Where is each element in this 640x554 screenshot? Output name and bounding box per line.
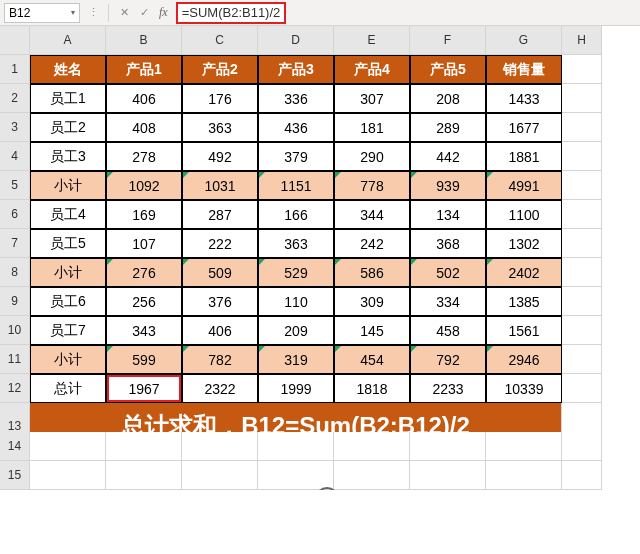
- row-header-11[interactable]: 11: [0, 345, 30, 374]
- data-cell[interactable]: 1999: [258, 374, 334, 403]
- row-header-5[interactable]: 5: [0, 171, 30, 200]
- row-label[interactable]: 小计: [30, 258, 106, 287]
- fx-icon[interactable]: fx: [159, 5, 168, 20]
- data-cell[interactable]: 529: [258, 258, 334, 287]
- row-label[interactable]: 员工6: [30, 287, 106, 316]
- data-cell[interactable]: 145: [334, 316, 410, 345]
- data-cell[interactable]: 209: [258, 316, 334, 345]
- row-header-8[interactable]: 8: [0, 258, 30, 287]
- column-header-F[interactable]: F: [410, 26, 486, 55]
- empty-cell[interactable]: [258, 461, 334, 490]
- confirm-icon[interactable]: ✓: [137, 6, 151, 20]
- row-header-15[interactable]: 15: [0, 461, 30, 490]
- data-cell[interactable]: 939: [410, 171, 486, 200]
- data-cell[interactable]: 458: [410, 316, 486, 345]
- data-cell[interactable]: 181: [334, 113, 410, 142]
- row-header-7[interactable]: 7: [0, 229, 30, 258]
- empty-cell[interactable]: [334, 461, 410, 490]
- empty-cell[interactable]: [106, 461, 182, 490]
- select-all-corner[interactable]: [0, 26, 30, 55]
- data-cell[interactable]: 222: [182, 229, 258, 258]
- data-cell[interactable]: 1818: [334, 374, 410, 403]
- row-header-9[interactable]: 9: [0, 287, 30, 316]
- row-label[interactable]: 总计: [30, 374, 106, 403]
- row-header-2[interactable]: 2: [0, 84, 30, 113]
- column-header-C[interactable]: C: [182, 26, 258, 55]
- empty-cell[interactable]: [486, 461, 562, 490]
- empty-cell[interactable]: [410, 461, 486, 490]
- data-cell[interactable]: 368: [410, 229, 486, 258]
- column-header-H[interactable]: H: [562, 26, 602, 55]
- data-cell[interactable]: 442: [410, 142, 486, 171]
- data-cell[interactable]: 492: [182, 142, 258, 171]
- data-cell[interactable]: 1561: [486, 316, 562, 345]
- empty-cell[interactable]: [410, 432, 486, 461]
- row-header-6[interactable]: 6: [0, 200, 30, 229]
- cell-H3[interactable]: [562, 113, 602, 142]
- data-cell[interactable]: 334: [410, 287, 486, 316]
- empty-cell[interactable]: [486, 432, 562, 461]
- data-cell[interactable]: 406: [106, 84, 182, 113]
- data-cell[interactable]: 2946: [486, 345, 562, 374]
- data-cell[interactable]: 278: [106, 142, 182, 171]
- formula-input[interactable]: =SUM(B2:B11)/2: [176, 2, 287, 24]
- empty-cell[interactable]: [106, 432, 182, 461]
- data-cell[interactable]: 782: [182, 345, 258, 374]
- data-cell[interactable]: 110: [258, 287, 334, 316]
- empty-cell[interactable]: [334, 432, 410, 461]
- cell-H4[interactable]: [562, 142, 602, 171]
- row-label[interactable]: 员工3: [30, 142, 106, 171]
- data-cell[interactable]: 287: [182, 200, 258, 229]
- row-header-14[interactable]: 14: [0, 432, 30, 461]
- cell-H9[interactable]: [562, 287, 602, 316]
- data-cell[interactable]: 1100: [486, 200, 562, 229]
- row-label[interactable]: 员工4: [30, 200, 106, 229]
- cell-H10[interactable]: [562, 316, 602, 345]
- data-cell[interactable]: 176: [182, 84, 258, 113]
- data-cell[interactable]: 408: [106, 113, 182, 142]
- cell-H8[interactable]: [562, 258, 602, 287]
- data-cell[interactable]: 436: [258, 113, 334, 142]
- data-cell[interactable]: 134: [410, 200, 486, 229]
- data-cell[interactable]: 336: [258, 84, 334, 113]
- row-label[interactable]: 员工2: [30, 113, 106, 142]
- data-cell[interactable]: 344: [334, 200, 410, 229]
- column-header-B[interactable]: B: [106, 26, 182, 55]
- name-box[interactable]: B12 ▾: [4, 3, 80, 23]
- spreadsheet-grid[interactable]: ABCDEFGH1姓名产品1产品2产品3产品4产品5销售量2员工14061763…: [0, 26, 640, 490]
- row-label[interactable]: 员工5: [30, 229, 106, 258]
- data-cell[interactable]: 107: [106, 229, 182, 258]
- dropdown-icon[interactable]: ⋮: [86, 6, 100, 20]
- cell-H7[interactable]: [562, 229, 602, 258]
- data-cell[interactable]: 454: [334, 345, 410, 374]
- data-cell[interactable]: 502: [410, 258, 486, 287]
- row-label[interactable]: 员工7: [30, 316, 106, 345]
- data-cell[interactable]: 363: [182, 113, 258, 142]
- data-cell[interactable]: 290: [334, 142, 410, 171]
- data-cell[interactable]: 599: [106, 345, 182, 374]
- empty-cell[interactable]: [182, 461, 258, 490]
- row-header-10[interactable]: 10: [0, 316, 30, 345]
- data-cell[interactable]: 379: [258, 142, 334, 171]
- column-header-A[interactable]: A: [30, 26, 106, 55]
- data-cell[interactable]: 2322: [182, 374, 258, 403]
- data-cell[interactable]: 778: [334, 171, 410, 200]
- data-cell[interactable]: 276: [106, 258, 182, 287]
- data-cell[interactable]: 363: [258, 229, 334, 258]
- data-cell[interactable]: 256: [106, 287, 182, 316]
- cell-H2[interactable]: [562, 84, 602, 113]
- cell-H1[interactable]: [562, 55, 602, 84]
- data-cell[interactable]: 307: [334, 84, 410, 113]
- cell-H6[interactable]: [562, 200, 602, 229]
- data-cell[interactable]: 169: [106, 200, 182, 229]
- column-header-G[interactable]: G: [486, 26, 562, 55]
- data-cell[interactable]: 4991: [486, 171, 562, 200]
- data-cell[interactable]: 1302: [486, 229, 562, 258]
- data-cell[interactable]: 509: [182, 258, 258, 287]
- cell-H11[interactable]: [562, 345, 602, 374]
- data-cell[interactable]: 1967: [106, 374, 182, 403]
- data-cell[interactable]: 208: [410, 84, 486, 113]
- cell-H5[interactable]: [562, 171, 602, 200]
- row-header-12[interactable]: 12: [0, 374, 30, 403]
- data-cell[interactable]: 289: [410, 113, 486, 142]
